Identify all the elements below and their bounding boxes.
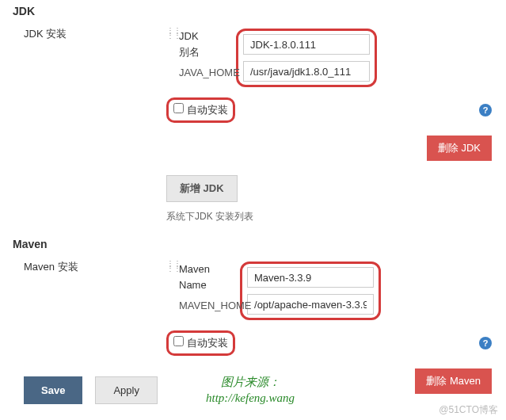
- highlight-annotation: [240, 262, 381, 320]
- jdk-config-block: ⋮⋮⋮⋮ JDK 别名 JAVA_HOME 自动安装 ? 删除: [166, 29, 506, 223]
- help-icon[interactable]: ?: [479, 337, 492, 349]
- footer-buttons: Save Apply: [24, 376, 158, 404]
- highlight-annotation: 自动安装: [166, 330, 235, 356]
- watermark-cto: @51CTO博客: [439, 403, 498, 417]
- maven-block-title: Maven: [179, 263, 210, 275]
- jdk-section: JDK JDK 安装 ⋮⋮⋮⋮ JDK 别名 JAVA_HOME 自动安装: [0, 0, 506, 223]
- maven-home-label: MAVEN_HOME: [179, 300, 252, 311]
- jdk-auto-install-checkbox[interactable]: [173, 103, 184, 113]
- maven-name-label: Name: [179, 279, 207, 291]
- drag-handle-icon[interactable]: ⋮⋮⋮⋮: [166, 262, 174, 271]
- jdk-list-caption: 系统下JDK 安装列表: [166, 210, 506, 223]
- maven-auto-install-checkbox[interactable]: [173, 336, 184, 346]
- jdk-home-input[interactable]: [243, 61, 370, 82]
- maven-section: Maven Maven 安装 ⋮⋮⋮⋮ Maven Name MAVEN_HOM…: [0, 233, 506, 394]
- maven-config-block: ⋮⋮⋮⋮ Maven Name MAVEN_HOME 自动安装 ?: [166, 262, 506, 394]
- drag-handle-icon[interactable]: ⋮⋮⋮⋮: [166, 29, 174, 38]
- jdk-auto-install-label: 自动安装: [187, 104, 228, 116]
- highlight-annotation: [236, 29, 377, 87]
- maven-section-title: Maven: [0, 233, 506, 255]
- add-jdk-button[interactable]: 新增 JDK: [166, 175, 238, 202]
- jdk-name-label: 别名: [179, 46, 200, 58]
- maven-auto-install-label: 自动安装: [187, 337, 228, 349]
- delete-maven-button[interactable]: 删除 Maven: [415, 368, 492, 394]
- jdk-section-title: JDK: [0, 0, 506, 22]
- highlight-annotation: 自动安装: [166, 97, 235, 123]
- maven-name-input[interactable]: [247, 267, 374, 288]
- delete-jdk-button[interactable]: 删除 JDK: [427, 136, 492, 161]
- save-button[interactable]: Save: [24, 376, 82, 404]
- maven-home-input[interactable]: [247, 294, 374, 315]
- jdk-block-title: JDK: [179, 30, 199, 42]
- help-icon[interactable]: ?: [479, 104, 492, 116]
- jdk-name-input[interactable]: [243, 34, 370, 55]
- apply-button[interactable]: Apply: [95, 376, 158, 404]
- jdk-home-label: JAVA_HOME: [179, 67, 240, 78]
- watermark-source: 图片来源： http://kefeng.wang: [206, 375, 295, 406]
